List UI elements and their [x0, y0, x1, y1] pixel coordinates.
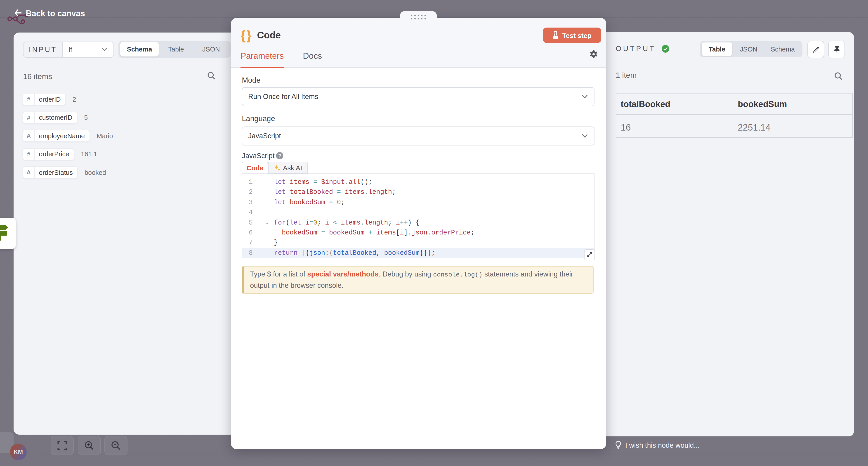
svg-text:?: ? — [278, 153, 281, 159]
